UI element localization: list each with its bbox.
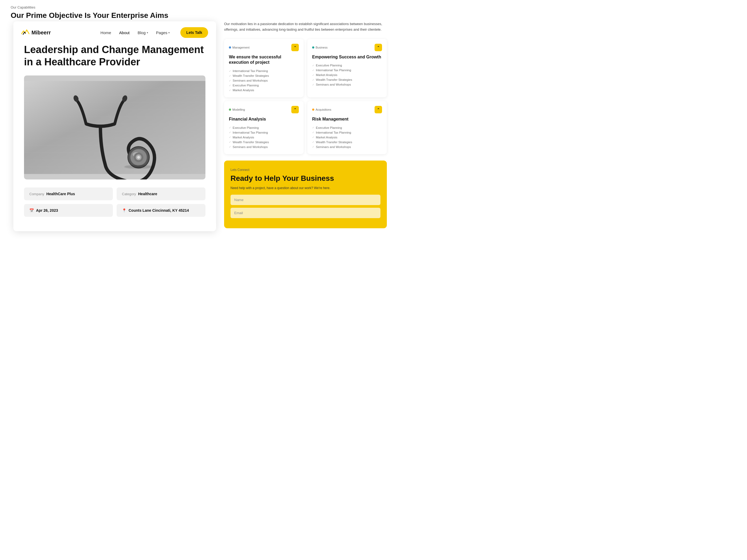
capability-list-1: Executive Planning International Tax Pla… — [312, 63, 382, 87]
capability-arrow-btn-3[interactable]: ⌃ — [375, 106, 382, 113]
capability-card-header-1: Business ⌃ — [312, 44, 382, 51]
meta-category-box: Category Healthcare — [117, 187, 205, 200]
capability-tag-0: Management — [229, 46, 250, 49]
cta-lets-connect: Lets Connect — [231, 168, 381, 172]
svg-rect-2 — [24, 81, 205, 174]
capability-arrow-btn-1[interactable]: ⌃ — [375, 44, 382, 51]
capability-tag-1: Business — [312, 46, 328, 49]
meta-company-box: Company HealthCare Plus — [24, 187, 113, 200]
nav-links: Home About Blog ▾ Pages ▾ — [101, 30, 170, 35]
capability-tag-2: Modelling — [229, 108, 245, 111]
capability-arrow-btn-0[interactable]: ⌃ — [291, 44, 299, 51]
bg-capabilities-title: Our Prime Objective Is Your Enterprise A… — [11, 11, 736, 20]
capability-title-0: We ensure the successful execution of pr… — [229, 54, 299, 65]
post-title: Leadership and Change Management in a He… — [24, 44, 205, 68]
capability-card-business: Business ⌃ Empowering Success and Growth… — [307, 39, 387, 98]
capability-card-acquisitions: Acquisitions ⌃ Risk Management Executive… — [307, 101, 387, 154]
cta-name-input[interactable] — [231, 195, 381, 205]
lets-talk-button[interactable]: Lets Talk — [180, 27, 208, 38]
svg-point-23 — [124, 165, 153, 169]
cap-item: Executive Planning — [229, 83, 299, 88]
cta-email-input[interactable] — [231, 208, 381, 218]
nav-link-pages[interactable]: Pages ▾ — [156, 30, 170, 35]
logo-area: Mibeerr — [21, 29, 51, 36]
capability-list-2: Executive Planning International Tax Pla… — [229, 125, 299, 149]
nav-link-blog[interactable]: Blog ▾ — [138, 30, 148, 35]
svg-point-22 — [137, 156, 140, 159]
tag-label-2: Modelling — [232, 108, 245, 111]
capability-card-modelling: Modelling ⌃ Financial Analysis Executive… — [224, 101, 304, 154]
tag-label-3: Acquisitions — [316, 108, 331, 111]
meta-grid: Company HealthCare Plus Category Healthc… — [24, 187, 205, 217]
bg-capabilities-label: Our Capabilities — [11, 5, 736, 9]
cap-item: International Tax Planning — [312, 130, 382, 135]
cta-title: Ready to Help Your Business — [231, 174, 381, 183]
tag-dot-3 — [312, 109, 314, 111]
capability-card-header-3: Acquisitions ⌃ — [312, 106, 382, 113]
location-icon: 📍 — [122, 208, 126, 213]
cap-item: Seminars and Workshops — [312, 144, 382, 149]
cap-item: Market Analysis — [312, 73, 382, 77]
pages-dropdown-icon: ▾ — [168, 31, 170, 34]
meta-date-value: Apr 26, 2023 — [36, 208, 58, 213]
cap-item: Market Analysis — [229, 135, 299, 140]
cap-item: International Tax Planning — [312, 68, 382, 73]
meta-location-value: Counts Lane Cincinnati, KY 45214 — [129, 208, 189, 213]
navbar: Mibeerr Home About Blog ▾ Pages ▾ Lets T… — [14, 21, 216, 44]
cta-description: Need help with a project, have a questio… — [231, 186, 381, 190]
cap-item: Wealth Transfer Strategies — [229, 73, 299, 78]
capability-tag-3: Acquisitions — [312, 108, 331, 111]
tag-label-1: Business — [316, 46, 328, 49]
capability-grid: Management ⌃ We ensure the successful ex… — [224, 39, 387, 154]
meta-category-label: Category — [122, 192, 136, 196]
cap-item: International Tax Planning — [229, 69, 299, 73]
capability-list-0: International Tax Planning Wealth Transf… — [229, 69, 299, 92]
post-content: Leadership and Change Management in a He… — [14, 44, 216, 226]
capability-title-1: Empowering Success and Growth — [312, 54, 382, 60]
nav-link-home[interactable]: Home — [101, 30, 111, 35]
cta-section: Lets Connect Ready to Help Your Business… — [224, 161, 387, 228]
cap-item: Seminars and Workshops — [312, 82, 382, 87]
cap-item: Executive Planning — [312, 63, 382, 68]
tag-dot-1 — [312, 46, 314, 49]
right-panel: Our motivation lies in a passionate dedi… — [216, 21, 387, 231]
nav-link-about[interactable]: About — [119, 30, 130, 35]
cap-item: Wealth Transfer Strategies — [312, 140, 382, 144]
capability-list-3: Executive Planning International Tax Pla… — [312, 125, 382, 149]
capability-card-header-2: Modelling ⌃ — [229, 106, 299, 113]
motivation-text: Our motivation lies in a passionate dedi… — [224, 21, 387, 32]
meta-location-box: 📍 Counts Lane Cincinnati, KY 45214 — [117, 204, 205, 217]
meta-company-label: Company — [29, 192, 44, 196]
cap-item: Seminars and Workshops — [229, 144, 299, 149]
calendar-icon: 📅 — [29, 208, 34, 213]
meta-date-box: 📅 Apr 26, 2023 — [24, 204, 113, 217]
left-card: Mibeerr Home About Blog ▾ Pages ▾ Lets T… — [14, 21, 216, 231]
cap-item: Wealth Transfer Strategies — [229, 140, 299, 144]
capability-title-2: Financial Analysis — [229, 116, 299, 122]
logo-text: Mibeerr — [31, 30, 51, 36]
bg-top-section: Our Capabilities Our Prime Objective Is … — [0, 0, 747, 24]
capability-card-management: Management ⌃ We ensure the successful ex… — [224, 39, 304, 98]
cap-item: International Tax Planning — [229, 130, 299, 135]
cap-item: Market Analysis — [312, 135, 382, 140]
capability-arrow-btn-2[interactable]: ⌃ — [291, 106, 299, 113]
tag-label-0: Management — [232, 46, 250, 49]
blog-dropdown-icon: ▾ — [147, 31, 148, 34]
capability-card-header-0: Management ⌃ — [229, 44, 299, 51]
cap-item: Executive Planning — [229, 125, 299, 130]
cap-item: Executive Planning — [312, 125, 382, 130]
cap-item: Wealth Transfer Strategies — [312, 77, 382, 82]
meta-company-value: HealthCare Plus — [46, 192, 75, 196]
capability-title-3: Risk Management — [312, 116, 382, 122]
meta-category-value: Healthcare — [138, 192, 157, 196]
tag-dot-2 — [229, 109, 231, 111]
cap-item: Market Analysis — [229, 88, 299, 92]
hero-image — [24, 76, 205, 180]
main-wrapper: Mibeerr Home About Blog ▾ Pages ▾ Lets T… — [14, 21, 387, 231]
tag-dot-0 — [229, 46, 231, 49]
logo-icon — [21, 29, 29, 36]
cap-item: Seminars and Workshops — [229, 78, 299, 83]
